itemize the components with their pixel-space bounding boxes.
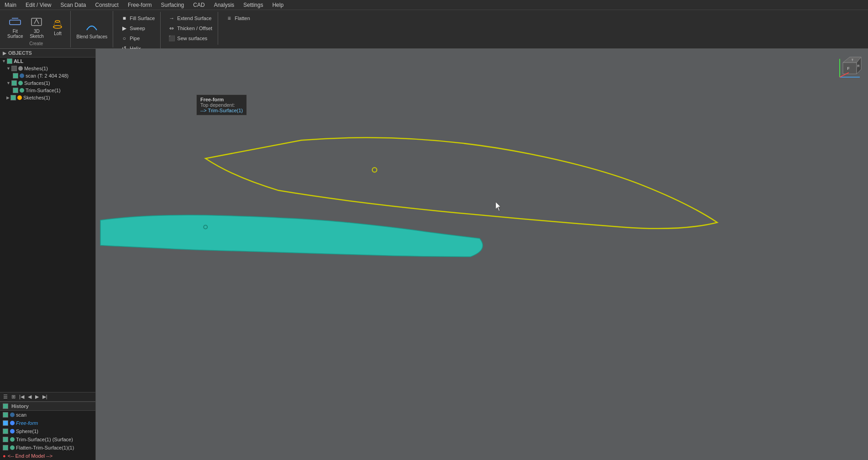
toolbar-col3: ≡ Flatten — [220, 12, 256, 25]
menu-edit-view[interactable]: Edit / View — [21, 1, 56, 9]
history-scan[interactable]: scan — [0, 411, 95, 419]
sweep-button[interactable]: ▶ Sweep — [119, 24, 157, 33]
trim-surface-color-dot — [20, 88, 24, 93]
hist-scan-check[interactable] — [3, 412, 8, 418]
pipe-icon: ○ — [120, 35, 128, 42]
blend-surfaces-label: Blend Surfaces — [76, 34, 107, 39]
trim-surface-checkbox[interactable] — [13, 88, 18, 93]
meshes-checkbox[interactable] — [11, 66, 17, 71]
tree-item-sketches[interactable]: ▶ Sketches(1) — [0, 94, 95, 101]
svg-rect-0 — [10, 20, 21, 25]
sketches-checkbox[interactable] — [10, 95, 16, 100]
view-cube[interactable]: F T R — [836, 53, 863, 81]
hist-btn-list[interactable]: ☰ — [2, 393, 9, 400]
tree-item-scan[interactable]: scan (T: 2 404 248) — [0, 72, 95, 79]
extend-surface-button[interactable]: → Extend Surface — [166, 14, 214, 23]
menu-cad[interactable]: CAD — [188, 1, 209, 9]
hist-btn-back[interactable]: ◀ — [26, 393, 33, 400]
svg-point-2 — [53, 26, 62, 28]
menu-analysis[interactable]: Analysis — [209, 1, 239, 9]
scan-checkbox[interactable] — [13, 73, 18, 78]
hist-btn-fwd[interactable]: ▶ — [34, 393, 40, 400]
end-of-model: ● <-- End of Model --> — [0, 452, 95, 460]
svg-marker-6 — [843, 63, 857, 74]
history-sphere[interactable]: Sphere(1) — [0, 427, 95, 435]
thicken-icon: ⇔ — [168, 25, 175, 32]
history-trim-surface[interactable]: Trim-Surface(1) (Surface) — [0, 435, 95, 444]
hist-sphere-label: Sphere(1) — [16, 429, 38, 434]
loft-button[interactable]: Loft — [47, 15, 68, 37]
svg-point-4 — [372, 167, 377, 172]
objects-panel-title: ▶ OBJECTS — [0, 49, 95, 58]
surfaces-color-dot — [18, 81, 23, 85]
sew-surfaces-button[interactable]: ⬛ Sew surfaces — [166, 34, 214, 43]
hist-flatten-dot — [10, 445, 15, 450]
menu-free-form[interactable]: Free-form — [123, 1, 157, 9]
yellow-shape-group — [205, 138, 717, 229]
tree-item-trim-surface[interactable]: Trim-Surface(1) — [0, 87, 95, 94]
hist-btn-grid[interactable]: ⊞ — [10, 393, 17, 400]
flatten-button[interactable]: ≡ Flatten — [224, 14, 252, 23]
menu-settings[interactable]: Settings — [239, 1, 267, 9]
fit-surface-icon — [8, 14, 22, 29]
history-free-form[interactable]: Free-form — [0, 419, 95, 427]
menu-scan-data[interactable]: Scan Data — [56, 1, 91, 9]
hist-trim-check[interactable] — [3, 437, 8, 442]
sweep-label: Sweep — [130, 26, 145, 31]
history-flatten[interactable]: Flatten-Trim-Surface(1)(1) — [0, 444, 95, 452]
hist-btn-prev[interactable]: |◀ — [18, 393, 26, 400]
toolbar-col2: → Extend Surface ⇔ Thicken / Offset ⬛ Se… — [162, 12, 218, 45]
hist-scan-dot — [10, 413, 15, 417]
hist-freeform-check[interactable] — [3, 420, 8, 426]
scan-label: scan (T: 2 404 248) — [26, 73, 68, 78]
viewport[interactable]: Free-form Top dependent: --> Trim-Surfac… — [96, 49, 868, 460]
hist-trim-dot — [10, 437, 15, 442]
menubar: Main Edit / View Scan Data Construct Fre… — [0, 0, 868, 10]
fill-surface-button[interactable]: ■ Fill Surface — [119, 14, 157, 23]
3d-sketch-button[interactable]: 3DSketch — [26, 13, 47, 40]
objects-panel-title-text: OBJECTS — [8, 50, 32, 56]
left-panel: ▶ OBJECTS ▼ ALL ▼ Meshes(1) scan (T: 2 4… — [0, 49, 96, 460]
history-checkbox[interactable] — [3, 403, 8, 409]
tree-item-all[interactable]: ▼ ALL — [0, 58, 95, 65]
meshes-label: Meshes(1) — [24, 66, 48, 71]
fit-surface-button[interactable]: FitSurface — [5, 13, 26, 40]
3d-sketch-icon — [29, 14, 44, 29]
menu-main[interactable]: Main — [0, 1, 21, 9]
hist-freeform-label: Free-form — [16, 420, 38, 426]
surfaces-checkbox[interactable] — [11, 80, 17, 86]
view-cube-svg: F T R — [836, 53, 863, 81]
svg-text:F: F — [847, 66, 850, 71]
pipe-button[interactable]: ○ Pipe — [119, 34, 157, 43]
toolbar: FitSurface 3DSketch Loft Create Blend — [0, 10, 868, 49]
3d-sketch-label: 3DSketch — [30, 29, 44, 39]
blend-surfaces-button[interactable]: Blend Surfaces — [73, 18, 110, 41]
hist-sphere-check[interactable] — [3, 429, 8, 434]
sew-icon: ⬛ — [168, 35, 175, 42]
menu-construct[interactable]: Construct — [91, 1, 123, 9]
menu-help[interactable]: Help — [268, 1, 288, 9]
sweep-icon: ▶ — [120, 25, 128, 32]
fill-surface-icon: ■ — [120, 15, 128, 22]
hist-flatten-check[interactable] — [3, 445, 8, 450]
hist-btn-end[interactable]: ▶| — [41, 393, 49, 400]
hist-sphere-dot — [10, 429, 15, 434]
all-label: ALL — [14, 58, 23, 64]
menu-surfacing[interactable]: Surfacing — [157, 1, 189, 9]
flatten-icon: ≡ — [225, 15, 233, 22]
sketches-color-dot — [17, 95, 22, 100]
cursor-group — [496, 202, 501, 211]
tooltip-sub: Top dependent: — [200, 102, 243, 108]
thicken-offset-button[interactable]: ⇔ Thicken / Offset — [166, 24, 214, 33]
meshes-color-dot — [18, 66, 23, 71]
history-panel: History scan Free-form Sphere(1) — [0, 402, 95, 460]
tree-item-surfaces[interactable]: ▼ Surfaces(1) — [0, 79, 95, 87]
thicken-label: Thicken / Offset — [177, 26, 212, 31]
main-area: ▶ OBJECTS ▼ ALL ▼ Meshes(1) scan (T: 2 4… — [0, 49, 868, 460]
flatten-label: Flatten — [235, 16, 250, 21]
tree-item-meshes[interactable]: ▼ Meshes(1) — [0, 65, 95, 72]
all-checkbox[interactable] — [7, 58, 12, 64]
tooltip-title: Free-form — [200, 97, 243, 102]
history-panel-title: History — [0, 402, 95, 411]
pipe-label: Pipe — [130, 36, 140, 41]
